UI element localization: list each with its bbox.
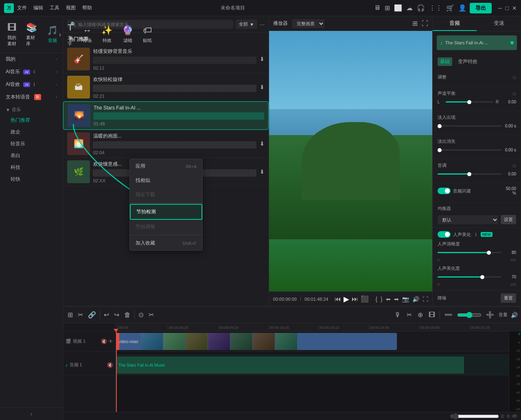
menu-view[interactable]: 视图	[66, 4, 76, 11]
context-menu-favorite[interactable]: 加入收藏 Shift+F	[130, 236, 202, 250]
clip-icon[interactable]: 🎞	[427, 310, 436, 320]
audio-mute-icon[interactable]: 🔇	[107, 362, 113, 368]
icon-monitor[interactable]: 🖥	[374, 4, 381, 12]
add-track-icon[interactable]: ⊕	[416, 310, 424, 320]
clarity-slider[interactable]	[438, 252, 501, 253]
grid-view-icon[interactable]: ⊞	[412, 20, 418, 27]
icon-cloud[interactable]: ☁	[406, 4, 413, 12]
clarity-thumb[interactable]	[487, 251, 491, 255]
download-icon-2[interactable]: ⬇	[260, 84, 265, 90]
download-icon-5[interactable]: ⬇	[260, 168, 265, 175]
sidebar-item-tts[interactable]: 文本转语音 新 ›	[0, 91, 63, 103]
toolbar-sticker[interactable]: 🏷 贴纸	[139, 23, 156, 46]
denoise-reset-button[interactable]: 重置	[501, 293, 516, 303]
tab-audio[interactable]: 音频	[433, 16, 477, 31]
mic-icon[interactable]: 🎙	[393, 310, 402, 320]
timeline-tool-link[interactable]: 🔗	[87, 310, 97, 320]
toolbar-library[interactable]: 📚 素材库	[22, 20, 41, 49]
out-point-icon[interactable]: ➡	[394, 296, 399, 302]
tab-speed[interactable]: 变速	[477, 16, 521, 31]
toolbar-expand-icon[interactable]: ›	[59, 31, 61, 38]
in-point-icon[interactable]: ⬅	[386, 296, 391, 302]
context-menu-beat-adjust[interactable]: 节拍调整	[130, 220, 202, 234]
menu-edit[interactable]: 编辑	[33, 4, 43, 11]
balance-slider-thumb[interactable]	[467, 100, 471, 104]
icon-headphone[interactable]: 🎧	[417, 4, 425, 12]
sidebar-item-ai-music[interactable]: AI音乐 AI ℹ ›	[0, 66, 63, 78]
sidebar-item-mine[interactable]: 我的 ›	[0, 53, 63, 66]
menu-help[interactable]: 帮助	[82, 4, 92, 11]
timeline-tool-scissors[interactable]: ✂	[147, 310, 155, 320]
zoom-out-icon[interactable]: ➖	[443, 310, 454, 320]
bracket-right-icon[interactable]: }	[381, 296, 383, 302]
close-button[interactable]: ✕	[512, 5, 517, 11]
export-button[interactable]: 导出	[470, 3, 492, 13]
play-icon[interactable]: ▶	[344, 295, 349, 304]
more-options-icon[interactable]: ···	[260, 21, 265, 28]
audio-clip[interactable]: The Stars Fall in-AI Music	[116, 357, 464, 374]
zoom-in-icon[interactable]: ➕	[485, 310, 495, 320]
video-mute-icon[interactable]: 🔇	[101, 339, 107, 344]
timeline-tool-layout[interactable]: ⊞	[66, 310, 74, 320]
volume-up-icon[interactable]: 🔊	[511, 312, 518, 318]
menu-file[interactable]: 文件	[17, 4, 27, 11]
icon-grid[interactable]: ⋮⋮	[429, 4, 442, 12]
fullscreen-icon[interactable]: ⛶	[422, 20, 428, 27]
beauty-slider[interactable]	[438, 276, 501, 278]
split-icon[interactable]: ✂	[405, 310, 413, 320]
fade-in-thumb[interactable]	[438, 124, 442, 128]
toolbar-filter[interactable]: 🔮 滤镜	[118, 23, 137, 46]
download-icon-1[interactable]: ⬇	[260, 56, 265, 62]
context-menu-apply[interactable]: 应用 Alt+A	[130, 159, 202, 173]
skip-back-icon[interactable]: ⏮	[335, 295, 341, 303]
sidebar-subitem-light[interactable]: 轻音乐	[0, 138, 63, 150]
timeline-tool-undo[interactable]: ↩	[103, 310, 110, 320]
video-visibility-icon[interactable]: 👁	[108, 339, 113, 344]
beauty-thumb[interactable]	[480, 275, 484, 279]
download-icon-4[interactable]: ⬇	[260, 140, 265, 147]
panel-tab-voice-effect[interactable]: 变声特效	[455, 57, 480, 66]
duck-toggle[interactable]	[438, 188, 451, 194]
fade-out-slider[interactable]	[438, 149, 501, 151]
quality-select[interactable]: 完整画质	[292, 19, 324, 28]
volume-icon[interactable]: 🔊	[412, 296, 419, 302]
sidebar-subitem-confession[interactable]: 表白	[0, 150, 63, 162]
timeline-tool-redo[interactable]: ↪	[113, 310, 120, 320]
eq-preset-select[interactable]: 默认	[438, 215, 498, 224]
balance-slider-track[interactable]	[446, 101, 493, 103]
timeline-tool-delete[interactable]: 🗑	[123, 310, 132, 320]
fade-in-slider[interactable]	[438, 125, 501, 127]
menu-tools[interactable]: 工具	[50, 4, 59, 11]
fullscreen-expand-icon[interactable]: ⛶	[422, 296, 428, 302]
zoom-slider[interactable]	[457, 312, 482, 318]
music-item-3[interactable]: 🌄 The Stars Fall in-AI ... 01:48	[63, 101, 269, 130]
panel-tab-basic[interactable]: 基础	[438, 57, 452, 66]
search-filter-dropdown[interactable]: 全部 ▼	[236, 20, 257, 29]
icon-user[interactable]: 👤	[458, 4, 466, 12]
vocal-beauty-toggle[interactable]	[438, 231, 451, 238]
pitch-slider[interactable]	[438, 173, 501, 175]
sidebar-category-music[interactable]: ▼ 音乐	[0, 103, 63, 114]
sidebar-subitem-tech[interactable]: 科技	[0, 162, 63, 173]
icon-layout[interactable]: ⊞	[385, 4, 390, 12]
toolbar-text[interactable]: T 文字	[63, 20, 77, 49]
context-menu-similar[interactable]: 找相似	[130, 173, 202, 188]
sidebar-subitem-hot[interactable]: 热门推荐	[0, 114, 63, 126]
snapshot-icon[interactable]: 📷	[402, 296, 409, 302]
bracket-left-icon[interactable]: {	[375, 296, 377, 302]
timeline-tool-cut[interactable]: ✂	[77, 310, 84, 320]
sidebar-collapse-icon[interactable]: ‹	[30, 410, 32, 418]
maximize-button[interactable]: □	[506, 5, 509, 11]
toolbar-media[interactable]: 🎞 我的素材	[3, 20, 20, 49]
music-item-4[interactable]: 🌅 温暖的画面... 02:04 ⬇	[63, 130, 269, 158]
fade-out-thumb[interactable]	[438, 148, 442, 152]
pitch-thumb[interactable]	[467, 172, 471, 176]
timeline-tool-split[interactable]: ⊙	[137, 310, 145, 320]
minimize-button[interactable]: ─	[498, 5, 502, 11]
video-clip[interactable]: video-miao	[116, 333, 397, 350]
timeline-scroll-slider[interactable]	[450, 413, 499, 420]
context-menu-beat[interactable]: 节拍检测	[130, 204, 202, 220]
eq-settings-button[interactable]: 设置	[501, 215, 516, 224]
music-item-2[interactable]: 🏔 欢快轻松旋律 02:21 ⬇	[63, 73, 269, 101]
icon-cart[interactable]: 🛒	[446, 4, 454, 12]
